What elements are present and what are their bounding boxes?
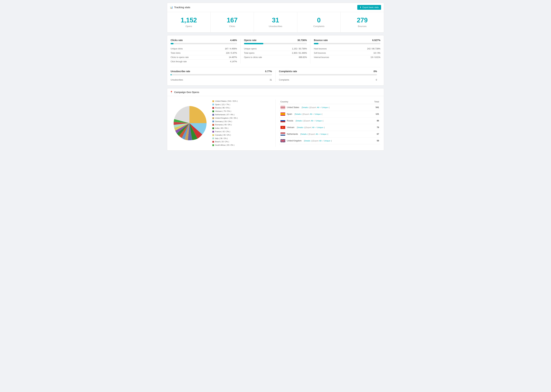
rate-stat-unsubscribes: Unsubscribes 31 (171, 78, 272, 82)
nl-export-all[interactable]: All › (316, 133, 319, 135)
legend-dot-ca (212, 134, 214, 136)
clicks-rate-col: Clicks rate 4.46% Unique clicks 167 / 4.… (171, 39, 240, 64)
nl-total: 67 (368, 131, 380, 137)
es-export-all[interactable]: All › (310, 113, 313, 115)
legend-dot-br (212, 141, 214, 143)
opens-number: 1,152 (170, 17, 208, 24)
gb-details-link[interactable]: Details › (304, 140, 311, 142)
table-row: Russia [Details ›] [Export: All › / Uniq… (279, 117, 381, 124)
gb-export-all[interactable]: All › (319, 140, 323, 142)
legend-item-us: United States ( 541 / 31% ) (212, 99, 238, 103)
ru-total: 86 (368, 117, 380, 124)
country-cell-vn: ★ Vietnam [Details ›] [Export: All › / U… (279, 124, 368, 131)
us-export-all[interactable]: All › (317, 106, 320, 108)
ru-details-link[interactable]: Details › (296, 120, 303, 122)
legend-item-gb: United Kingdom ( 59 / 3% ) (212, 117, 238, 120)
stats-row: 1,152 Opens 167 Clicks 31 Unsubscribes 0… (167, 12, 384, 32)
bounce-progress-fill (314, 43, 318, 44)
stat-unsubscribes: 31 Unsubscribes (254, 12, 297, 32)
country-cell-ru: Russia [Details ›] [Export: All › / Uniq… (279, 117, 368, 124)
unsubscribe-progress-bg (171, 74, 272, 75)
opens-progress-fill (244, 43, 263, 44)
rate-stat-unique-clicks: Unique clicks 167 / 4.456% (171, 47, 237, 51)
nl-export-unique[interactable]: Unique › (320, 133, 328, 135)
geo-opens-card: 📍 Campaign Geo Opens (167, 88, 384, 151)
geo-title: Campaign Geo Opens (174, 91, 199, 94)
legend-dot-in (212, 127, 214, 129)
gb-export-unique[interactable]: Unique › (324, 140, 331, 142)
pin-icon: 📍 (170, 91, 173, 94)
bounces-number: 279 (343, 17, 381, 24)
flag-es (281, 112, 285, 116)
unsubscribe-rate-col: Unsubscribe rate 0.77% Unsubscribes 31 (171, 70, 276, 82)
gb-total: 59 (368, 137, 380, 144)
stat-complaints: 0 Complaints (297, 12, 340, 32)
rate-stat-internal-bounces: Internal bounces 19 / 6.81% (314, 55, 380, 59)
rate-stat-total-clicks: Total clicks 220 / 5.87% (171, 51, 237, 55)
legend-item-de: Germany ( 55 / 3% ) (212, 120, 238, 123)
nl-details-link[interactable]: Details › (301, 133, 308, 135)
opens-rate-title: Opens rate (244, 39, 256, 42)
legend-item-fr: France ( 42 / 2% ) (212, 130, 238, 133)
clicks-rate-value: 4.46% (230, 39, 237, 42)
legend-dot-vn (212, 111, 214, 112)
table-row: Spain [Details ›] [Export: All › / Uniqu… (279, 111, 381, 117)
clicks-progress-bg (171, 43, 237, 44)
clicks-rate-title: Clicks rate (171, 39, 183, 42)
es-export-unique[interactable]: Unique › (315, 113, 322, 115)
vn-export-unique[interactable]: Unique › (317, 126, 324, 128)
card-header: 📊 Tracking stats ⬆ Export basic stats (167, 3, 384, 12)
complaints-rate-title: Complaints rate (279, 70, 297, 73)
legend-list: United States ( 541 / 31% ) Spain ( 121 … (212, 99, 238, 147)
vn-details-link[interactable]: Details › (297, 126, 304, 128)
legend-dot-fr (212, 131, 214, 133)
opens-rate-col: Opens rate 30.736% Unique opens 1,152 / … (240, 39, 311, 64)
pie-chart-svg (171, 104, 208, 142)
rate-stat-click-through: Click through rate 4.147% (171, 60, 237, 64)
vn-total: 79 (368, 124, 380, 131)
country-cell-es: Spain [Details ›] [Export: All › / Uniqu… (279, 111, 368, 117)
col-header-country: Country (279, 99, 368, 104)
clicks-label: Clicks (213, 25, 251, 28)
legend-item-ru: Russia ( 86 / 5% ) (212, 106, 238, 110)
us-total: 541 (368, 104, 380, 111)
bounces-label: Bounces (343, 25, 381, 28)
country-cell-gb: United Kingdom [Details ›] [Export: All … (279, 137, 368, 144)
es-total: 121 (368, 111, 380, 117)
us-export-unique[interactable]: Unique › (322, 106, 329, 108)
table-row: United States [Details ›] [Export: All ›… (279, 104, 381, 111)
unsubscribe-rate-title: Unsubscribe rate (171, 70, 190, 73)
ru-export-all[interactable]: All › (311, 120, 314, 122)
us-details-link[interactable]: Details › (302, 106, 309, 108)
rate-stat-soft-bounces: Soft bounces 18 / 0% (314, 51, 380, 55)
export-icon: ⬆ (360, 6, 361, 8)
legend-item-ro: Romania ( 49 / 3% ) (212, 123, 238, 126)
flag-us (281, 106, 285, 109)
table-row: Netherlands [Details ›] [Export: All › /… (279, 131, 381, 137)
es-details-link[interactable]: Details › (295, 113, 302, 115)
rates-grid-bottom: Unsubscribe rate 0.77% Unsubscribes 31 C… (167, 70, 384, 85)
legend-dot-de (212, 121, 214, 122)
complaints-number: 0 (300, 17, 338, 24)
geo-chart-area: United States ( 541 / 31% ) Spain ( 121 … (171, 99, 272, 147)
vn-export-all[interactable]: All › (312, 126, 315, 128)
legend-dot-es (212, 104, 214, 105)
unsubscribe-progress-fill (171, 74, 171, 75)
geo-content: United States ( 541 / 31% ) Spain ( 121 … (167, 96, 384, 150)
complaints-rate-value: 0% (374, 70, 377, 73)
legend-dot-za (212, 144, 214, 146)
complaints-rate-col: Complaints rate 0% Complaints 0 (276, 70, 380, 82)
clicks-progress-fill (171, 43, 174, 44)
opens-rate-value: 30.736% (297, 39, 307, 42)
ru-export-unique[interactable]: Unique › (316, 120, 323, 122)
country-cell-us: United States [Details ›] [Export: All ›… (279, 104, 368, 111)
clicks-number: 167 (213, 17, 251, 24)
complaints-progress-bg (279, 74, 377, 75)
stat-bounces: 279 Bounces (341, 12, 384, 32)
country-cell-nl: Netherlands [Details ›] [Export: All › /… (279, 131, 368, 137)
legend-item-vn: Vietnam ( 79 / 5% ) (212, 110, 238, 113)
legend-dot-ru (212, 107, 214, 109)
opens-label: Opens (170, 25, 208, 28)
table-row: United Kingdom [Details ›] [Export: All … (279, 137, 381, 144)
export-basic-stats-button[interactable]: ⬆ Export basic stats (357, 5, 381, 10)
